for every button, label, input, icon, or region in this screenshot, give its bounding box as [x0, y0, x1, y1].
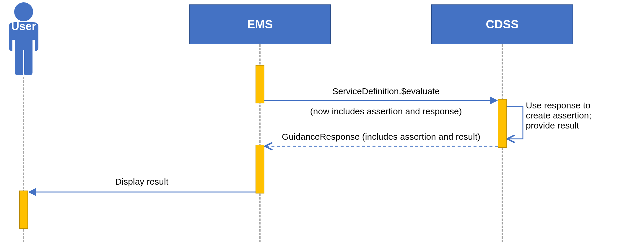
self-call-label: Use response to create assertion; provid… — [526, 100, 591, 131]
user-participant — [3, 1, 44, 77]
activation-ems-1 — [256, 65, 264, 103]
activation-ems-2 — [256, 145, 264, 193]
activation-user-1 — [19, 191, 28, 229]
message-display-label: Display result — [28, 177, 256, 187]
activation-cdss-1 — [498, 99, 507, 148]
ems-participant: EMS — [189, 4, 331, 44]
svg-point-0 — [14, 2, 33, 21]
message-guidance-label: GuidanceResponse (includes assertion and… — [264, 132, 498, 142]
ems-label: EMS — [247, 18, 273, 31]
cdss-participant: CDSS — [431, 4, 573, 44]
sequence-diagram: User EMS CDSS ServiceDefinition.$evaluat… — [0, 0, 644, 244]
user-label: User — [8, 20, 39, 33]
cdss-label: CDSS — [486, 18, 518, 31]
arrow-self-cdss — [507, 106, 523, 139]
message-evaluate-label: ServiceDefinition.$evaluate (now include… — [264, 76, 498, 126]
